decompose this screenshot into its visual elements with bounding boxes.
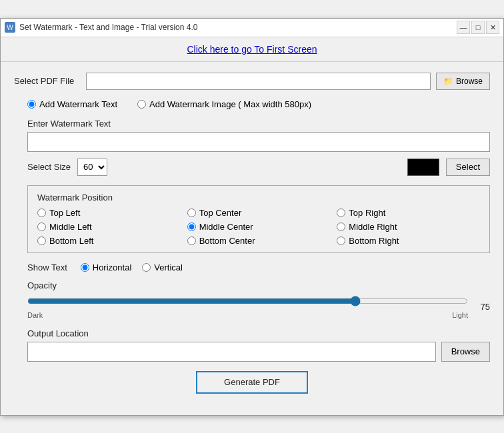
select-color-button[interactable]: Select: [446, 159, 490, 176]
slider-labels: Dark Light: [27, 311, 468, 319]
radio-vertical[interactable]: Vertical: [142, 262, 183, 272]
add-image-label: Add Watermark Image ( Max width 580px): [149, 99, 311, 109]
header-banner[interactable]: Click here to go To First Screen: [1, 37, 503, 62]
position-title: Watermark Position: [37, 193, 480, 203]
window-title: Set Watermark - Text and Image - Trial v…: [19, 23, 197, 32]
first-screen-link[interactable]: Click here to go To First Screen: [187, 44, 317, 55]
output-label: Output Location: [27, 328, 490, 338]
pos-bottom-right[interactable]: Bottom Right: [337, 236, 480, 246]
close-button[interactable]: ✕: [486, 21, 499, 34]
radio-add-image[interactable]: Add Watermark Image ( Max width 580px): [137, 99, 311, 109]
title-bar-left: W Set Watermark - Text and Image - Trial…: [5, 22, 197, 33]
select-size-label: Select Size: [27, 162, 71, 172]
light-label: Light: [452, 311, 468, 319]
pdf-file-input[interactable]: [86, 73, 431, 90]
color-picker-box[interactable]: [407, 159, 439, 176]
generate-row: Generate PDF: [14, 371, 490, 394]
pos-middle-right[interactable]: Middle Right: [337, 222, 480, 232]
pos-middle-left[interactable]: Middle Left: [37, 222, 181, 232]
watermark-type-row: Add Watermark Text Add Watermark Image (…: [14, 99, 490, 109]
opacity-section: Opacity Dark Light 75: [14, 280, 490, 319]
watermark-text-section: Enter Watermark Text: [14, 119, 490, 152]
output-section: Output Location Browse: [14, 328, 490, 362]
dark-label: Dark: [27, 311, 43, 319]
slider-container: Dark Light: [27, 294, 468, 319]
main-window: W Set Watermark - Text and Image - Trial…: [0, 18, 504, 416]
browse-pdf-button[interactable]: 📁 Browse: [436, 73, 490, 90]
pos-top-center[interactable]: Top Center: [187, 208, 331, 218]
add-text-label: Add Watermark Text: [39, 99, 117, 109]
size-select[interactable]: 60 8 10 12 14 16 18 20 24 28 32 36 40 48…: [77, 159, 107, 176]
opacity-value: 75: [473, 302, 490, 312]
browse-output-button[interactable]: Browse: [441, 342, 490, 362]
show-text-label: Show Text: [27, 262, 67, 272]
main-content: Select PDF File 📁 Browse Add Watermark T…: [1, 62, 503, 415]
opacity-slider[interactable]: [27, 294, 468, 308]
generate-pdf-button[interactable]: Generate PDF: [196, 371, 308, 394]
select-pdf-label: Select PDF File: [14, 76, 74, 86]
pos-bottom-left[interactable]: Bottom Left: [37, 236, 181, 246]
browse-pdf-label: Browse: [456, 77, 483, 86]
select-pdf-row: Select PDF File 📁 Browse: [14, 73, 490, 90]
size-color-row: Select Size 60 8 10 12 14 16 18 20 24 28…: [14, 159, 490, 176]
watermark-text-label: Enter Watermark Text: [27, 119, 490, 129]
title-bar-controls: — □ ✕: [457, 21, 499, 34]
radio-add-text[interactable]: Add Watermark Text: [27, 99, 117, 109]
show-text-row: Show Text Horizontal Vertical: [14, 262, 490, 272]
minimize-button[interactable]: —: [457, 21, 470, 34]
maximize-button[interactable]: □: [471, 21, 485, 34]
pos-bottom-center[interactable]: Bottom Center: [187, 236, 331, 246]
watermark-text-input[interactable]: [27, 132, 490, 152]
radio-horizontal[interactable]: Horizontal: [81, 262, 132, 272]
opacity-label: Opacity: [27, 280, 490, 290]
pos-top-left[interactable]: Top Left: [37, 208, 181, 218]
app-icon: W: [5, 22, 15, 33]
vertical-label: Vertical: [154, 262, 183, 272]
output-location-input[interactable]: [27, 342, 436, 362]
pos-middle-center[interactable]: Middle Center: [187, 222, 331, 232]
position-grid: Top Left Top Center Top Right Middle Lef…: [37, 208, 480, 246]
horizontal-label: Horizontal: [93, 262, 132, 272]
pos-top-right[interactable]: Top Right: [337, 208, 480, 218]
title-bar: W Set Watermark - Text and Image - Trial…: [1, 19, 503, 37]
slider-row: Dark Light 75: [27, 294, 490, 319]
browse-pdf-icon: 📁: [443, 77, 453, 86]
watermark-position-box: Watermark Position Top Left Top Center T…: [27, 185, 490, 253]
output-row: Browse: [27, 342, 490, 362]
